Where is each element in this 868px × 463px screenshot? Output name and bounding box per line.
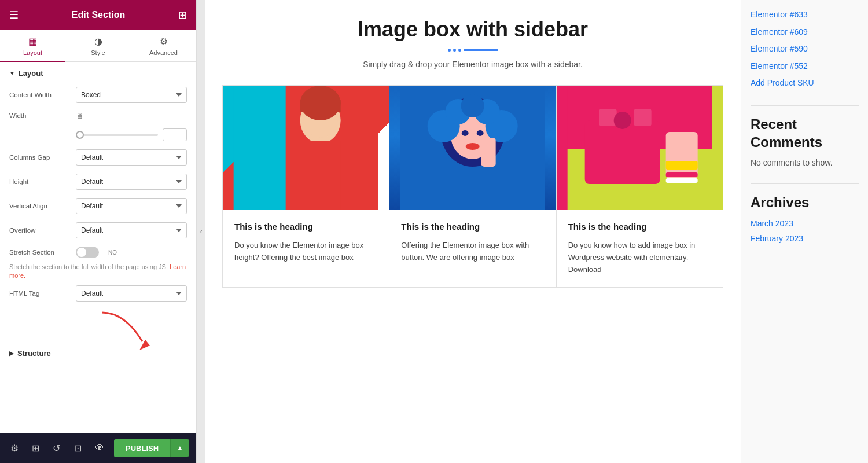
archive-link-1[interactable]: February 2023 [751,234,859,243]
svg-rect-22 [584,120,660,184]
panel-tabs: ▦ Layout ◑ Style ⚙ Advanced [0,30,196,62]
html-tag-field: HTML Tag Default div header main section [9,285,187,302]
overflow-select[interactable]: Default Hidden [76,222,187,238]
width-slider[interactable] [76,134,158,136]
content-width-field: Content Width Boxed Full Width [9,87,187,103]
image-box-2-img [389,86,556,210]
svg-rect-27 [665,161,697,170]
main-content: Image box with sidebar Simply drag & dro… [205,0,741,463]
tab-advanced[interactable]: ⚙ Advanced [131,30,196,62]
columns-gap-select[interactable]: Default No Gap Narrow Wide [76,149,187,166]
image-box-2-text: Offering the Elementor image box with bu… [401,240,544,264]
publish-button[interactable]: PUBLISH [114,439,170,457]
hamburger-icon[interactable]: ☰ [9,9,19,21]
svg-point-17 [461,94,484,117]
svg-point-18 [466,143,480,150]
responsive-icon-btn[interactable]: ⊡ [71,440,85,456]
image-box-3: This is the heading Do you know how to a… [557,86,723,287]
tab-advanced-label: Advanced [149,49,178,56]
dot-2 [453,49,456,52]
height-control[interactable]: Default Full Height Min Height [76,174,187,190]
columns-gap-field: Columns Gap Default No Gap Narrow Wide [9,149,187,166]
eye-icon-btn[interactable]: 👁 [91,440,108,455]
monitor-icon: 🖥 [76,111,84,120]
title-decoration [222,49,723,52]
tab-layout-label: Layout [23,49,42,56]
html-tag-label: HTML Tag [9,290,70,297]
svg-rect-29 [665,178,697,183]
image-boxes: This is the heading Do you know the Elem… [222,85,723,288]
stretch-hint: Stretch the section to the full width of… [9,263,187,281]
collapse-icon: ‹ [200,227,203,236]
columns-gap-control[interactable]: Default No Gap Narrow Wide [76,149,187,166]
vertical-align-field: Vertical Align Default Top Middle Bottom [9,198,187,214]
vertical-align-label: Vertical Align [9,203,70,210]
image-box-1: This is the heading Do you know the Elem… [223,86,389,287]
structure-arrow-icon: ▶ [9,350,14,357]
red-arrow-svg [44,310,171,356]
publish-btn-group: PUBLISH ▲ [114,439,189,457]
overflow-field: Overflow Default Hidden [9,222,187,238]
collapse-handle[interactable]: ‹ [197,0,205,463]
layout-section-label: Layout [19,69,43,78]
vertical-align-select[interactable]: Default Top Middle Bottom [76,198,187,214]
svg-point-25 [613,112,631,129]
recent-comments-title: Recent Comments [751,115,859,151]
html-tag-control[interactable]: Default div header main section [76,285,187,302]
image-box-1-img [223,86,389,210]
left-panel: ☰ Edit Section ⊞ ▦ Layout ◑ Style ⚙ Adva… [0,0,197,463]
sidebar-links: Elementor #633 Elementor #609 Elementor … [751,9,859,89]
advanced-icon: ⚙ [160,36,168,47]
sidebar-link-1[interactable]: Elementor #609 [751,27,859,38]
vertical-align-control[interactable]: Default Top Middle Bottom [76,198,187,214]
overflow-control[interactable]: Default Hidden [76,222,187,238]
sidebar-link-2[interactable]: Elementor #590 [751,43,859,55]
svg-point-11 [462,130,469,136]
columns-gap-label: Columns Gap [9,154,70,161]
content-width-select[interactable]: Boxed Full Width [76,87,187,103]
page-subtitle: Simply drag & drop your Elementor image … [222,60,723,69]
svg-rect-24 [634,109,651,126]
toggle-no-label: NO [108,249,117,256]
publish-arrow-button[interactable]: ▲ [170,439,189,457]
html-tag-select[interactable]: Default div header main section [76,285,187,302]
settings-icon-btn[interactable]: ⚙ [7,440,22,456]
width-label: Width [9,112,70,119]
red-arrow-annotation [9,310,187,344]
stretch-label: Stretch Section [9,249,70,256]
height-field: Height Default Full Height Min Height [9,174,187,190]
archives-title: Archives [751,193,859,211]
sidebar-link-0[interactable]: Elementor #633 [751,9,859,21]
panel-content: ▼ Layout Content Width Boxed Full Width … [0,62,196,433]
svg-marker-0 [139,340,150,350]
image-box-3-content: This is the heading Do you know how to a… [557,210,723,287]
section-arrow-icon: ▼ [9,70,15,76]
content-width-label: Content Width [9,91,70,98]
image-box-1-content: This is the heading Do you know the Elem… [223,210,389,275]
style-icon: ◑ [94,36,102,47]
dot-1 [448,49,451,52]
archive-link-0[interactable]: March 2023 [751,219,859,228]
image-box-2: This is the heading Offering the Element… [389,86,556,287]
layers-icon-btn[interactable]: ⊞ [28,440,43,456]
svg-rect-4 [300,141,341,210]
sidebar-link-4[interactable]: Add Product SKU [751,78,859,89]
image-box-2-heading: This is the heading [401,221,544,233]
width-controls: 🖥 [76,111,187,120]
layout-icon: ▦ [28,36,37,47]
height-select[interactable]: Default Full Height Min Height [76,174,187,190]
tab-layout[interactable]: ▦ Layout [0,30,65,62]
width-slider-row [9,128,187,141]
divider-1 [751,105,859,106]
sidebar-link-3[interactable]: Elementor #552 [751,61,859,72]
content-width-control[interactable]: Boxed Full Width [76,87,187,103]
stretch-section-row: Stretch Section NO [9,247,187,258]
history-icon-btn[interactable]: ↺ [49,440,64,456]
panel-header: ☰ Edit Section ⊞ [0,0,196,30]
width-value-box[interactable] [163,128,187,141]
image-box-3-text: Do you know how to add image box in Word… [568,240,711,275]
tab-style[interactable]: ◑ Style [65,30,131,62]
stretch-toggle[interactable] [76,247,99,258]
grid-icon[interactable]: ⊞ [178,9,187,21]
width-field: Width 🖥 [9,111,187,120]
